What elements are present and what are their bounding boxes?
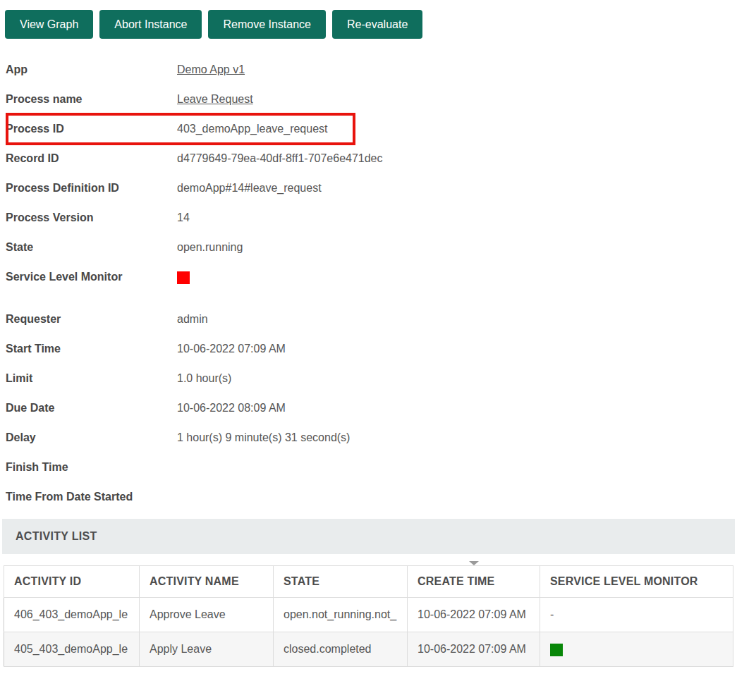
- table-header-row: ACTIVITY IDACTIVITY NAMESTATECREATE TIME…: [4, 566, 733, 598]
- field-row-process-name: Process nameLeave Request: [6, 85, 737, 114]
- cell-state: closed.completed: [274, 632, 408, 667]
- process-name-link[interactable]: Leave Request: [177, 93, 253, 105]
- process-details: AppDemo App v1Process nameLeave RequestP…: [6, 55, 737, 512]
- table-row[interactable]: 405_403_demoApp_leApply Leaveclosed.comp…: [4, 632, 733, 667]
- column-header-activity-id[interactable]: ACTIVITY ID: [4, 566, 140, 598]
- field-label: Delay: [6, 431, 177, 445]
- sort-indicator-icon: [469, 561, 479, 565]
- field-value: 403_demoApp_leave_request: [177, 122, 328, 136]
- toolbar: View GraphAbort InstanceRemove InstanceR…: [0, 0, 737, 39]
- field-label: Requester: [6, 312, 177, 326]
- field-value: admin: [177, 312, 208, 326]
- re-evaluate-button[interactable]: Re-evaluate: [332, 10, 422, 39]
- field-label: Process name: [6, 92, 177, 106]
- column-header-state[interactable]: STATE: [274, 566, 408, 598]
- field-row-process-version: Process Version14: [6, 203, 737, 233]
- app-link[interactable]: Demo App v1: [177, 63, 245, 75]
- service-level-indicator: [177, 271, 190, 284]
- cell-create-time: 10-06-2022 07:09 AM: [408, 598, 540, 632]
- field-value: 14: [177, 211, 190, 225]
- field-row-finish-time: Finish Time: [6, 453, 737, 482]
- field-label: Process Definition ID: [6, 181, 177, 195]
- field-row-service-level-monitor: Service Level Monitor: [6, 262, 737, 292]
- cell-activity-id: 406_403_demoApp_le: [4, 598, 140, 632]
- remove-instance-button[interactable]: Remove Instance: [208, 10, 326, 39]
- field-row-process-definition-id: Process Definition IDdemoApp#14#leave_re…: [6, 173, 737, 203]
- column-header-create-time[interactable]: CREATE TIME: [408, 566, 540, 598]
- table-body: 406_403_demoApp_leApprove Leaveopen.not_…: [4, 598, 733, 667]
- view-graph-button[interactable]: View Graph: [5, 10, 93, 39]
- cell-create-time: 10-06-2022 07:09 AM: [408, 632, 540, 667]
- cell-activity-name: Approve Leave: [140, 598, 274, 632]
- field-row-time-from-date-started: Time From Date Started: [6, 482, 737, 512]
- activity-list-header: ACTIVITY LIST: [2, 519, 735, 554]
- field-label: State: [6, 240, 177, 254]
- field-value: d4779649-79ea-40df-8ff1-707e6e471dec: [177, 152, 383, 166]
- service-level-indicator: [550, 644, 563, 656]
- field-label: Start Time: [6, 342, 177, 356]
- cell-activity-id: 405_403_demoApp_le: [4, 632, 140, 667]
- field-label: Due Date: [6, 401, 177, 415]
- field-label: Record ID: [6, 152, 177, 166]
- field-value: 1.0 hour(s): [177, 372, 231, 386]
- field-value: Demo App v1: [177, 63, 245, 77]
- field-label: Process Version: [6, 211, 177, 225]
- field-value: 10-06-2022 08:09 AM: [177, 401, 286, 415]
- field-label: Process ID: [6, 122, 177, 136]
- activity-list-title: ACTIVITY LIST: [16, 530, 97, 542]
- field-label: Finish Time: [6, 460, 177, 474]
- field-label: Service Level Monitor: [6, 270, 177, 284]
- field-row-limit: Limit1.0 hour(s): [6, 364, 737, 393]
- field-label: App: [6, 63, 177, 77]
- column-header-activity-name[interactable]: ACTIVITY NAME: [140, 566, 274, 598]
- field-value: demoApp#14#leave_request: [177, 181, 322, 195]
- field-value: 10-06-2022 07:09 AM: [177, 342, 286, 356]
- activity-table-wrap: ACTIVITY IDACTIVITY NAMESTATECREATE TIME…: [4, 565, 733, 667]
- field-row-process-id: Process ID403_demoApp_leave_request: [6, 114, 737, 144]
- field-value: [177, 270, 190, 284]
- field-row-start-time: Start Time10-06-2022 07:09 AM: [6, 334, 737, 364]
- field-value: open.running: [177, 240, 243, 254]
- field-row-due-date: Due Date10-06-2022 08:09 AM: [6, 393, 737, 423]
- cell-activity-name: Apply Leave: [140, 632, 274, 667]
- abort-instance-button[interactable]: Abort Instance: [99, 10, 202, 39]
- table-row[interactable]: 406_403_demoApp_leApprove Leaveopen.not_…: [4, 598, 733, 632]
- field-label: Time From Date Started: [6, 490, 177, 504]
- field-row-record-id: Record IDd4779649-79ea-40df-8ff1-707e6e4…: [6, 144, 737, 173]
- field-row-requester: Requesteradmin: [6, 305, 737, 334]
- field-row-state: Stateopen.running: [6, 233, 737, 262]
- activity-table: ACTIVITY IDACTIVITY NAMESTATECREATE TIME…: [4, 565, 733, 667]
- column-header-service-level-monitor[interactable]: SERVICE LEVEL MONITOR: [540, 566, 733, 598]
- field-row-app: AppDemo App v1: [6, 55, 737, 85]
- field-label: Limit: [6, 372, 177, 386]
- cell-service-level-monitor: [540, 632, 733, 667]
- cell-state: open.not_running.not_: [274, 598, 408, 632]
- field-row-delay: Delay1 hour(s) 9 minute(s) 31 second(s): [6, 423, 737, 453]
- field-value: Leave Request: [177, 92, 253, 106]
- cell-service-level-monitor: -: [540, 598, 733, 632]
- field-value: 1 hour(s) 9 minute(s) 31 second(s): [177, 431, 350, 445]
